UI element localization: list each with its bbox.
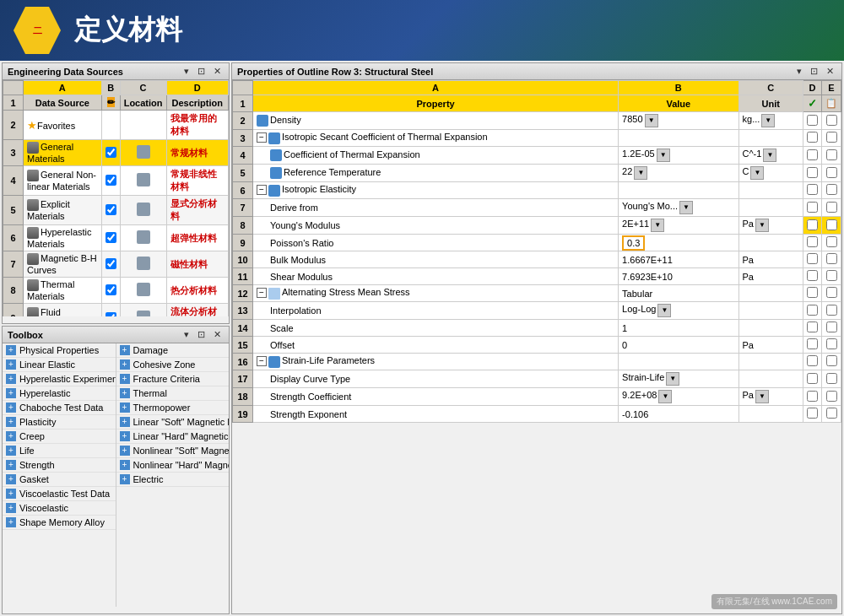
value-cell-16[interactable]: 9.2E+08▼ <box>619 388 738 406</box>
close-button[interactable]: ✕ <box>211 66 224 77</box>
toolbox-item-col2-6[interactable]: +Linear "Hard" Magnetic Material <box>116 430 230 444</box>
toolbox-item-col2-8[interactable]: +Nonlinear "Hard" Magnetic Material <box>116 458 230 473</box>
unit-cell-0[interactable]: kg...▼ <box>738 112 803 130</box>
edit-2[interactable] <box>822 147 841 165</box>
toolbox-item-col1-1[interactable]: +Linear Elastic <box>3 358 116 372</box>
toolbox-item-col1-8[interactable]: +Strength <box>3 458 116 473</box>
expand-btn-10[interactable]: − <box>257 288 267 298</box>
unit-dropdown-2[interactable]: ▼ <box>763 149 776 162</box>
expand-btn-4[interactable]: − <box>257 185 267 195</box>
check-11[interactable] <box>803 302 822 320</box>
unit-cell-6[interactable]: Pa▼ <box>738 217 803 235</box>
edit-10[interactable] <box>822 285 841 302</box>
value-cell-15[interactable]: Strain-Life▼ <box>619 370 738 388</box>
check-10[interactable] <box>803 285 822 302</box>
location-0[interactable] <box>101 111 120 140</box>
location-4[interactable] <box>101 225 120 251</box>
check-8[interactable] <box>803 251 822 268</box>
location-7[interactable] <box>101 304 120 316</box>
source-3[interactable]: Explicit Materials <box>24 196 102 225</box>
unit-dropdown-3[interactable]: ▼ <box>750 166 764 180</box>
edit-4[interactable] <box>822 182 841 199</box>
location-2[interactable] <box>101 166 120 196</box>
check-3[interactable] <box>803 165 822 182</box>
toolbox-item-col1-12[interactable]: +Shape Memory Alloy <box>3 516 116 530</box>
dropdown-5[interactable]: ▼ <box>679 201 693 214</box>
float-button[interactable]: ⊡ <box>195 66 208 77</box>
check-5[interactable] <box>803 199 822 217</box>
check-6[interactable] <box>803 217 822 235</box>
toolbox-item-col1-6[interactable]: +Creep <box>3 430 116 444</box>
toolbox-item-col2-4[interactable]: +Thermopower <box>116 401 230 415</box>
dropdown-11[interactable]: ▼ <box>657 304 671 317</box>
edit-16[interactable] <box>822 388 841 406</box>
unit-dropdown-16[interactable]: ▼ <box>755 390 769 403</box>
properties-scroll[interactable]: A B C D E 1 Property Value Unit ✓ <box>232 80 841 607</box>
dropdown-3[interactable]: ▼ <box>634 166 647 180</box>
source-0[interactable]: ★Favorites <box>24 111 102 140</box>
edit-7[interactable] <box>822 235 841 251</box>
toolbox-item-col2-3[interactable]: +Thermal <box>116 386 230 401</box>
toolbox-item-col1-4[interactable]: +Chaboche Test Data <box>3 401 116 415</box>
check-0[interactable] <box>803 112 822 130</box>
check-12[interactable] <box>803 320 822 337</box>
check-16[interactable] <box>803 388 822 406</box>
check-13[interactable] <box>803 337 822 354</box>
value-cell-6[interactable]: 2E+11▼ <box>619 217 738 235</box>
source-4[interactable]: Hyperelastic Materials <box>24 225 102 251</box>
edit-17[interactable] <box>822 406 841 423</box>
dropdown-2[interactable]: ▼ <box>657 149 670 162</box>
props-float-button[interactable]: ⊡ <box>808 66 820 77</box>
check-17[interactable] <box>803 406 822 423</box>
toolbox-item-col1-9[interactable]: +Gasket <box>3 473 116 487</box>
edit-15[interactable] <box>822 370 841 388</box>
check-4[interactable] <box>803 182 822 199</box>
location-6[interactable] <box>101 278 120 304</box>
edit-3[interactable] <box>822 165 841 182</box>
toolbox-item-col1-7[interactable]: +Life <box>3 444 116 458</box>
toolbox-item-col2-5[interactable]: +Linear "Soft" Magnetic Material <box>116 415 230 430</box>
unit-cell-3[interactable]: C▼ <box>738 165 803 182</box>
toolbox-float-button[interactable]: ⊡ <box>195 329 208 340</box>
value-cell-3[interactable]: 22▼ <box>619 165 738 182</box>
value-cell-7[interactable]: 0.3 <box>619 235 738 251</box>
expand-btn-1[interactable]: − <box>257 132 267 143</box>
location-3[interactable] <box>101 196 120 225</box>
unit-cell-2[interactable]: C^-1▼ <box>738 147 803 165</box>
check-9[interactable] <box>803 268 822 285</box>
pin-button[interactable]: ▾ <box>181 66 192 77</box>
source-2[interactable]: General Non-linear Materials <box>24 166 102 196</box>
unit-dropdown-0[interactable]: ▼ <box>761 114 775 127</box>
toolbox-item-col1-3[interactable]: +Hyperelastic <box>3 386 116 401</box>
props-pin-button[interactable]: ▾ <box>794 66 804 77</box>
source-5[interactable]: Magnetic B-H Curves <box>24 251 102 278</box>
check-14[interactable] <box>803 354 822 370</box>
edit-8[interactable] <box>822 251 841 268</box>
dropdown-6[interactable]: ▼ <box>651 219 664 232</box>
dropdown-16[interactable]: ▼ <box>658 390 672 403</box>
edit-12[interactable] <box>822 320 841 337</box>
unit-cell-16[interactable]: Pa▼ <box>738 388 803 406</box>
toolbox-item-col1-5[interactable]: +Plasticity <box>3 415 116 430</box>
toolbox-item-col2-1[interactable]: +Cohesive Zone <box>116 358 230 372</box>
expand-btn-14[interactable]: − <box>257 356 267 366</box>
props-close-button[interactable]: ✕ <box>824 66 836 77</box>
toolbox-item-col1-0[interactable]: +Physical Properties <box>3 343 116 358</box>
edit-0[interactable] <box>822 112 841 130</box>
value-cell-0[interactable]: 7850▼ <box>619 112 738 130</box>
edit-14[interactable] <box>822 354 841 370</box>
location-5[interactable] <box>101 251 120 278</box>
check-1[interactable] <box>803 130 822 147</box>
edit-6[interactable] <box>822 217 841 235</box>
check-2[interactable] <box>803 147 822 165</box>
toolbox-item-col1-10[interactable]: +Viscoelastic Test Data <box>3 487 116 501</box>
dropdown-15[interactable]: ▼ <box>666 372 679 386</box>
value-cell-11[interactable]: Log-Log▼ <box>619 302 738 320</box>
check-15[interactable] <box>803 370 822 388</box>
toolbox-item-col2-0[interactable]: +Damage <box>116 343 230 358</box>
source-1[interactable]: General Materials <box>24 140 102 166</box>
edit-11[interactable] <box>822 302 841 320</box>
location-1[interactable] <box>101 140 120 166</box>
edit-5[interactable] <box>822 199 841 217</box>
toolbox-item-col1-2[interactable]: +Hyperelastic Experimental Data <box>3 372 116 386</box>
